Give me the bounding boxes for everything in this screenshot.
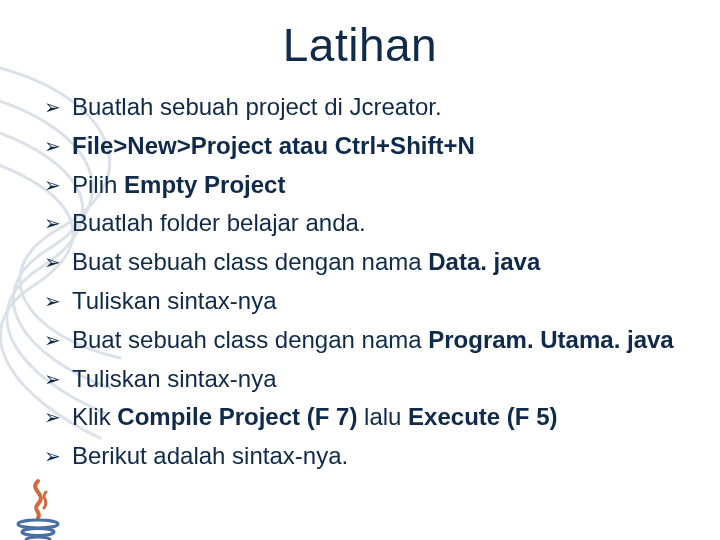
bullet-icon: ➢ (44, 245, 61, 279)
bullet-icon: ➢ (44, 439, 61, 473)
bullet-icon: ➢ (44, 90, 61, 124)
plain-text: Buatlah sebuah project di Jcreator. (72, 93, 442, 120)
bullet-list: ➢Buatlah sebuah project di Jcreator.➢Fil… (44, 90, 720, 474)
list-item: ➢Klik Compile Project (F 7) lalu Execute… (44, 400, 720, 435)
list-item-text: Tuliskan sintax-nya (72, 287, 277, 314)
java-logo-icon (8, 478, 68, 540)
list-item-text: Buatlah folder belajar anda. (72, 209, 366, 236)
list-item-text: Buat sebuah class dengan nama Data. java (72, 248, 540, 275)
plain-text: Berikut adalah sintax-nya. (72, 442, 348, 469)
list-item-text: Buat sebuah class dengan nama Program. U… (72, 326, 674, 353)
bullet-icon: ➢ (44, 323, 61, 357)
bold-text: Empty Project (124, 171, 285, 198)
bullet-icon: ➢ (44, 129, 61, 163)
plain-text: Tuliskan sintax-nya (72, 365, 277, 392)
list-item: ➢Buat sebuah class dengan nama Data. jav… (44, 245, 720, 280)
slide: Latihan ➢Buatlah sebuah project di Jcrea… (0, 18, 720, 540)
list-item-text: Klik Compile Project (F 7) lalu Execute … (72, 403, 557, 430)
bullet-icon: ➢ (44, 284, 61, 318)
bullet-icon: ➢ (44, 168, 61, 202)
plain-text: Buat sebuah class dengan nama (72, 248, 428, 275)
list-item: ➢File>New>Project atau Ctrl+Shift+N (44, 129, 720, 164)
plain-text: Buatlah folder belajar anda. (72, 209, 366, 236)
list-item-text: Berikut adalah sintax-nya. (72, 442, 348, 469)
list-item-text: Pilih Empty Project (72, 171, 285, 198)
list-item: ➢Buatlah sebuah project di Jcreator. (44, 90, 720, 125)
plain-text: Tuliskan sintax-nya (72, 287, 277, 314)
plain-text: lalu (357, 403, 408, 430)
list-item: ➢Buat sebuah class dengan nama Program. … (44, 323, 720, 358)
plain-text: Pilih (72, 171, 124, 198)
bullet-icon: ➢ (44, 206, 61, 240)
svg-point-1 (22, 529, 54, 536)
list-item-text: Buatlah sebuah project di Jcreator. (72, 93, 442, 120)
svg-point-0 (18, 520, 58, 528)
list-item: ➢Pilih Empty Project (44, 168, 720, 203)
bold-text: File>New>Project atau Ctrl+Shift+N (72, 132, 475, 159)
list-item: ➢Buatlah folder belajar anda. (44, 206, 720, 241)
slide-title: Latihan (0, 18, 720, 72)
list-item: ➢Berikut adalah sintax-nya. (44, 439, 720, 474)
list-item: ➢Tuliskan sintax-nya (44, 362, 720, 397)
list-item: ➢Tuliskan sintax-nya (44, 284, 720, 319)
bold-text: Compile Project (F 7) (117, 403, 357, 430)
bold-text: Data. java (428, 248, 540, 275)
bold-text: Execute (F 5) (408, 403, 557, 430)
bullet-icon: ➢ (44, 362, 61, 396)
plain-text: Klik (72, 403, 117, 430)
bold-text: Program. Utama. java (428, 326, 673, 353)
list-item-text: Tuliskan sintax-nya (72, 365, 277, 392)
plain-text: Buat sebuah class dengan nama (72, 326, 428, 353)
list-item-text: File>New>Project atau Ctrl+Shift+N (72, 132, 475, 159)
bullet-icon: ➢ (44, 400, 61, 434)
